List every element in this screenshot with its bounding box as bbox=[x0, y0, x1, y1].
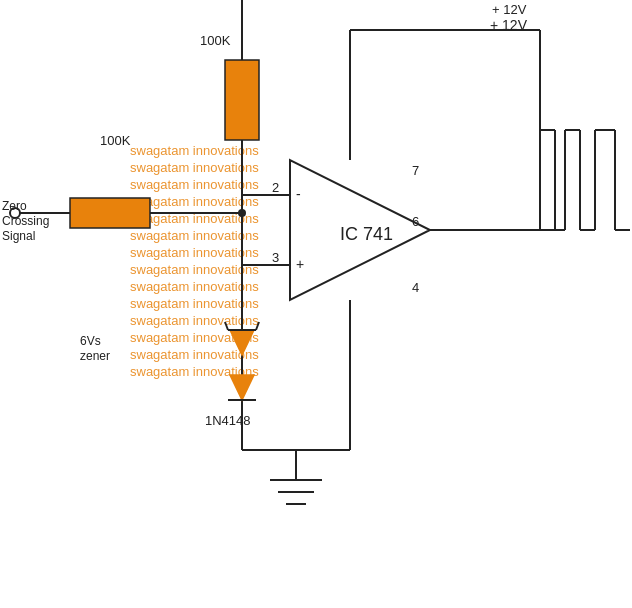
svg-text:2: 2 bbox=[272, 180, 279, 195]
svg-text:swagatam innovations: swagatam innovations bbox=[130, 228, 259, 243]
svg-text:swagatam innovations: swagatam innovations bbox=[130, 160, 259, 175]
svg-text:1N4148: 1N4148 bbox=[205, 413, 251, 428]
svg-text:swagatam innovations: swagatam innovations bbox=[130, 296, 259, 311]
svg-text:Signal: Signal bbox=[2, 229, 35, 243]
svg-text:-: - bbox=[296, 186, 301, 202]
svg-text:IC 741: IC 741 bbox=[340, 224, 393, 244]
svg-text:7: 7 bbox=[412, 163, 419, 178]
svg-text:100K: 100K bbox=[200, 33, 231, 48]
svg-text:3: 3 bbox=[272, 250, 279, 265]
svg-rect-0 bbox=[0, 0, 632, 608]
svg-text:swagatam innovations: swagatam innovations bbox=[130, 262, 259, 277]
voltage-label: + 12V bbox=[492, 2, 526, 17]
svg-text:6Vs: 6Vs bbox=[80, 334, 101, 348]
svg-rect-18 bbox=[225, 60, 259, 140]
svg-text:swagatam innovations: swagatam innovations bbox=[130, 279, 259, 294]
svg-point-29 bbox=[238, 209, 246, 217]
svg-text:swagatam innovations: swagatam innovations bbox=[130, 177, 259, 192]
svg-text:swagatam innovations: swagatam innovations bbox=[130, 143, 259, 158]
svg-text:+: + bbox=[296, 256, 304, 272]
svg-text:4: 4 bbox=[412, 280, 419, 295]
svg-text:zener: zener bbox=[80, 349, 110, 363]
svg-text:100K: 100K bbox=[100, 133, 131, 148]
svg-text:Crossing: Crossing bbox=[2, 214, 49, 228]
svg-text:swagatam innovations: swagatam innovations bbox=[130, 245, 259, 260]
svg-text:Zero: Zero bbox=[2, 199, 27, 213]
svg-text:6: 6 bbox=[412, 214, 419, 229]
svg-text:swagatam innovations: swagatam innovations bbox=[130, 313, 259, 328]
svg-rect-23 bbox=[70, 198, 150, 228]
